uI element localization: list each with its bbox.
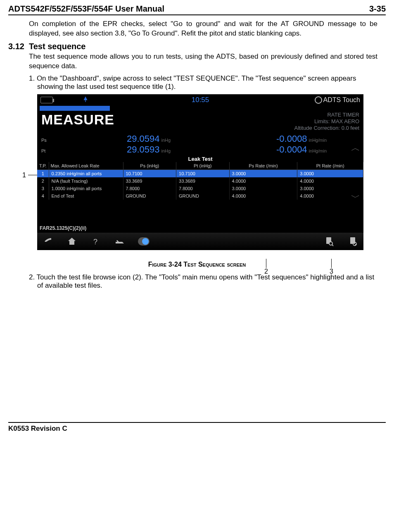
- ps-label: Ps: [41, 138, 54, 143]
- table-row[interactable]: 4End of TestGROUNDGROUND4.00004.0000: [37, 192, 363, 200]
- ps-unit: inHg: [161, 138, 171, 143]
- table-cell: 10.7100: [176, 169, 230, 177]
- th-ps-rate: Ps Rate (/min): [229, 162, 297, 170]
- test-run-icon[interactable]: [347, 236, 358, 247]
- table-cell: 3.0000: [297, 169, 363, 177]
- pt-reading-row[interactable]: Pt 29.0593inHg -0.0004inHg/min: [37, 144, 363, 155]
- ps-rate-unit: inHg/min: [309, 138, 327, 143]
- table-cell: 4.0000: [297, 177, 363, 185]
- callout-3-line: [331, 259, 332, 268]
- page-footer: K0553 Revision C: [8, 422, 386, 433]
- table-cell: 10.7100: [123, 169, 176, 177]
- adts-touch-screen: 10:55 ADTS Touch MEASURE RATE TIMER Limi…: [37, 94, 363, 250]
- callout-3: 3: [330, 268, 333, 275]
- svg-line-4: [332, 245, 333, 246]
- table-cell: 4: [37, 192, 49, 200]
- th-pt-rate: Pt Rate (/min): [297, 162, 363, 170]
- table-title: Leak Test: [37, 155, 363, 162]
- table-cell: 1: [37, 169, 49, 177]
- alt-correction-label: Altitude Correction: 0.0 feet: [294, 125, 359, 131]
- table-cell: GROUND: [176, 192, 230, 200]
- help-icon[interactable]: ?: [90, 236, 102, 247]
- figure-3-24: 1 2 3 10:55 ADTS Touch MEASURE RATE TIME…: [37, 94, 376, 250]
- pt-rate-unit: inHg/min: [309, 148, 327, 153]
- measure-title: MEASURE: [37, 111, 119, 129]
- table-cell: End of Test: [49, 192, 123, 200]
- pt-label: Pt: [41, 148, 54, 153]
- svg-rect-0: [85, 100, 86, 102]
- limits-label: Limits: MAX AERO: [314, 118, 359, 125]
- table-cell: 1.0000 inHg/min all ports: [49, 185, 123, 192]
- table-cell: 33.3689: [176, 177, 230, 185]
- callout-2-line: [266, 259, 266, 268]
- table-cell: 3.0000: [229, 169, 297, 177]
- ps-reading-row[interactable]: Ps 29.0594inHg -0.0008inHg/min: [37, 134, 363, 144]
- status-bar: 10:55 ADTS Touch: [37, 94, 363, 106]
- battery-icon: [40, 97, 53, 103]
- step-1: 1. On the "Dashboard", swipe across to s…: [29, 74, 377, 91]
- pt-value: 29.0593: [127, 144, 160, 155]
- table-row[interactable]: 31.0000 inHg/min all ports7.80007.80003.…: [37, 185, 363, 192]
- scroll-down-icon[interactable]: ﹀: [351, 191, 360, 204]
- callout-2: 2: [264, 268, 268, 275]
- ps-rate: -0.0008: [276, 134, 307, 144]
- rate-timer-label[interactable]: RATE TIMER: [327, 112, 359, 118]
- far-reference: FAR25.1325(C)(2)(ii): [40, 225, 86, 231]
- table-cell: 7.8000: [176, 185, 230, 192]
- th-pt: Pt (inHg): [176, 162, 230, 170]
- svg-point-3: [329, 242, 332, 245]
- th-tp: T.P.: [37, 162, 49, 170]
- section-intro: The test sequence mode allows you to run…: [29, 52, 377, 71]
- table-header-row: T.P. Max. Allowed Leak Rate Ps (inHg) Pt…: [37, 162, 363, 170]
- back-icon[interactable]: [42, 236, 54, 247]
- table-cell: 7.8000: [123, 185, 176, 192]
- table-cell: N/A (fault Tracing): [49, 177, 123, 185]
- section-number: 3.12: [8, 42, 29, 51]
- ge-logo: [315, 96, 322, 104]
- callout-1: 1: [22, 172, 26, 179]
- th-desc: Max. Allowed Leak Rate: [49, 162, 123, 170]
- table-cell: 4.0000: [229, 177, 297, 185]
- progress-bar: [40, 106, 110, 111]
- section-title: Test sequence: [29, 42, 85, 51]
- page-number: 3-35: [369, 4, 386, 14]
- test-file-browse-icon[interactable]: [323, 236, 335, 247]
- table-cell: 4.0000: [229, 192, 297, 200]
- wifi-icon: [82, 95, 89, 105]
- step-2: 2. Touch the test file browse icon (2). …: [29, 273, 377, 290]
- table-cell: 33.3689: [123, 177, 176, 185]
- brand-label: ADTS Touch: [323, 96, 360, 104]
- epr-completion-paragraph: On completion of the EPR checks, select …: [29, 19, 377, 38]
- bottom-toolbar: ?: [37, 233, 363, 250]
- table-row[interactable]: 2N/A (fault Tracing)33.368933.36894.0000…: [37, 177, 363, 185]
- scroll-up-icon[interactable]: ︿: [351, 142, 360, 154]
- table-cell: 2: [37, 177, 49, 185]
- pt-unit: inHg: [161, 148, 171, 153]
- doc-title: ADTS542F/552F/553F/554F User Manual: [8, 4, 164, 14]
- mode-toggle[interactable]: [138, 236, 150, 247]
- aircraft-status-icon[interactable]: [114, 236, 126, 247]
- svg-text:?: ?: [93, 238, 97, 246]
- home-icon[interactable]: [66, 236, 78, 247]
- figure-caption: Figure 3-24 Test Sequence screen: [8, 261, 386, 268]
- clock: 10:55: [192, 96, 209, 104]
- table-cell: GROUND: [123, 192, 176, 200]
- pt-rate: -0.0004: [276, 144, 307, 155]
- leak-test-table: T.P. Max. Allowed Leak Rate Ps (inHg) Pt…: [37, 162, 363, 200]
- ps-value: 29.0594: [127, 134, 160, 144]
- table-cell: 3: [37, 185, 49, 192]
- table-cell: 0.2350 inHg/min all ports: [49, 169, 123, 177]
- table-cell: 3.0000: [229, 185, 297, 192]
- th-ps: Ps (inHg): [123, 162, 176, 170]
- table-row[interactable]: 10.2350 inHg/min all ports10.710010.7100…: [37, 169, 363, 177]
